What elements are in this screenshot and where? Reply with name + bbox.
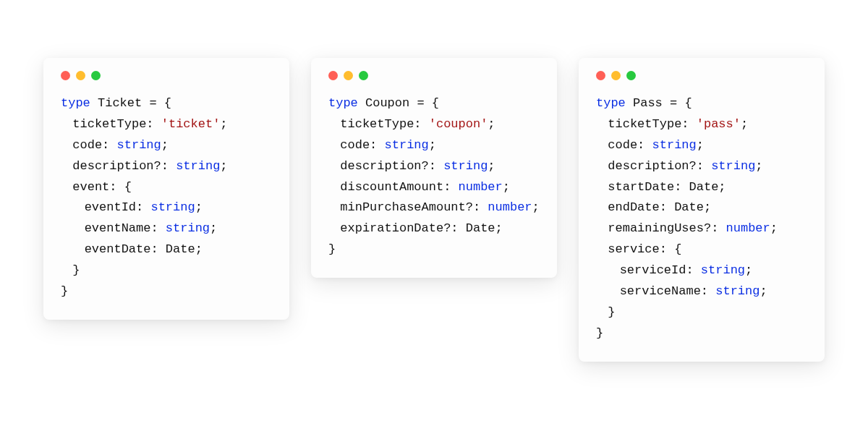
code-token: ; — [697, 138, 704, 152]
code-line: service: { — [596, 239, 807, 260]
code-token: 'pass' — [697, 117, 741, 131]
code-token: Coupon — [365, 96, 409, 110]
code-token: type — [328, 96, 358, 110]
code-token: ; — [503, 180, 510, 194]
code-token: description?: — [340, 159, 443, 173]
code-token: Ticket — [98, 96, 142, 110]
code-token: = { — [142, 96, 171, 110]
code-token: = { — [409, 96, 439, 110]
code-token: } — [328, 242, 336, 256]
code-token: eventId: — [85, 200, 151, 214]
code-line: description?: string; — [596, 156, 807, 177]
code-token: ; — [195, 200, 203, 214]
code-line: type Coupon = { — [328, 93, 540, 114]
code-token: startDate: Date; — [608, 180, 726, 194]
code-token: eventName: — [85, 221, 166, 235]
code-token — [626, 96, 633, 110]
code-line: code: string; — [61, 135, 272, 156]
code-line: ticketType: 'pass'; — [596, 114, 807, 135]
code-token: description?: — [72, 159, 176, 173]
code-token: } — [61, 284, 68, 298]
code-token: string — [652, 138, 697, 152]
code-line: event: { — [61, 177, 272, 198]
code-line: code: string; — [328, 135, 540, 156]
code-token: event: { — [72, 180, 132, 194]
maximize-icon — [359, 71, 368, 80]
code-token: string — [443, 159, 488, 173]
minimize-icon — [344, 71, 353, 80]
maximize-icon — [91, 71, 101, 80]
code-token: serviceId: — [620, 263, 701, 277]
code-token: eventDate: Date; — [85, 242, 203, 256]
code-block-coupon: type Coupon = {ticketType: 'coupon';code… — [328, 93, 540, 260]
code-line: description?: string; — [61, 156, 272, 177]
code-block-pass: type Pass = {ticketType: 'pass';code: st… — [596, 93, 807, 344]
code-window-coupon: type Coupon = {ticketType: 'coupon';code… — [311, 58, 557, 278]
code-block-ticket: type Ticket = {ticketType: 'ticket';code… — [61, 93, 272, 302]
code-line: } — [596, 302, 807, 323]
code-token: ticketType: — [340, 117, 428, 131]
code-line: eventName: string; — [61, 218, 272, 239]
close-icon — [596, 71, 605, 80]
code-line: serviceName: string; — [596, 281, 807, 302]
code-token: = { — [663, 96, 692, 110]
code-token: string — [150, 200, 195, 214]
code-line: discountAmount: number; — [328, 177, 540, 198]
code-token: string — [166, 221, 210, 235]
code-token — [358, 96, 365, 110]
code-token: ; — [741, 117, 748, 131]
code-line: } — [596, 323, 807, 344]
close-icon — [61, 71, 70, 80]
code-token: ; — [755, 159, 762, 173]
code-token: ; — [488, 117, 495, 131]
code-token: } — [596, 326, 603, 340]
code-token: Pass — [633, 96, 663, 110]
code-token: service: { — [608, 242, 681, 256]
code-line: } — [61, 281, 272, 302]
code-line: expirationDate?: Date; — [328, 218, 540, 239]
code-token: number — [726, 221, 770, 235]
code-token — [90, 96, 98, 110]
code-token: ; — [488, 159, 495, 173]
code-token: number — [459, 180, 503, 194]
code-line: ticketType: 'coupon'; — [328, 114, 540, 135]
code-token: string — [385, 138, 429, 152]
code-line: code: string; — [596, 135, 807, 156]
code-token: string — [711, 159, 755, 173]
code-token: serviceName: — [620, 284, 716, 298]
code-line: } — [61, 260, 272, 281]
code-token: 'ticket' — [161, 117, 221, 131]
code-line: eventId: string; — [61, 197, 272, 218]
code-token: remainingUses?: — [608, 221, 726, 235]
code-token: 'coupon' — [429, 117, 488, 131]
code-line: minPurchaseAmount?: number; — [328, 197, 540, 218]
code-line: endDate: Date; — [596, 197, 807, 218]
code-line: eventDate: Date; — [61, 239, 272, 260]
code-window-ticket: type Ticket = {ticketType: 'ticket';code… — [43, 58, 289, 320]
code-token: ; — [429, 138, 436, 152]
code-token: ; — [532, 200, 540, 214]
code-line: remainingUses?: number; — [596, 218, 807, 239]
code-token: ticketType: — [608, 117, 696, 131]
code-token: endDate: Date; — [608, 200, 711, 214]
maximize-icon — [626, 71, 636, 80]
code-line: serviceId: string; — [596, 260, 807, 281]
close-icon — [328, 71, 338, 80]
code-token: string — [701, 263, 745, 277]
code-token: ; — [770, 221, 778, 235]
code-window-pass: type Pass = {ticketType: 'pass';code: st… — [579, 58, 825, 362]
code-token: } — [608, 305, 615, 319]
code-token: ; — [760, 284, 767, 298]
code-token: type — [596, 96, 626, 110]
code-token: number — [488, 200, 532, 214]
code-token: code: — [72, 138, 116, 152]
code-token: ; — [161, 138, 169, 152]
code-token: code: — [340, 138, 384, 152]
minimize-icon — [611, 71, 621, 80]
traffic-lights — [61, 71, 272, 80]
code-token: string — [176, 159, 220, 173]
code-token: ; — [745, 263, 752, 277]
code-line: type Ticket = { — [61, 93, 272, 114]
code-token: expirationDate?: Date; — [340, 221, 502, 235]
code-token: ticketType: — [72, 117, 161, 131]
